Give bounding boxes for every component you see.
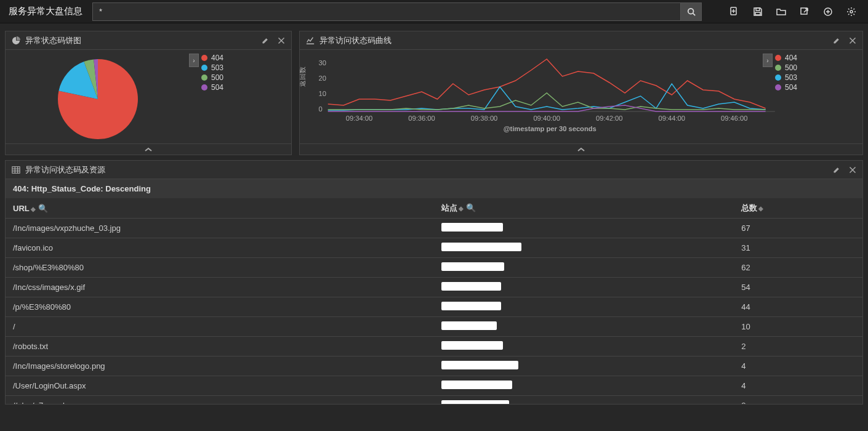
cell-site — [434, 238, 734, 258]
cell-total: 67 — [734, 219, 862, 238]
add-button[interactable] — [822, 6, 834, 17]
sort-icon: ◆ — [459, 205, 464, 212]
line-panel-header: 异常访问状态码曲线 — [300, 31, 862, 50]
table-row[interactable]: //plus/e7xue.php2 — [6, 396, 862, 405]
table-scroll[interactable]: 404: Http_Status_Code: Descending URL◆🔍 … — [6, 179, 862, 404]
svg-text:09:34:00: 09:34:00 — [346, 115, 372, 122]
chevron-up-icon — [144, 147, 153, 153]
cell-total: 62 — [734, 258, 862, 278]
svg-text:返回数: 返回数 — [300, 66, 306, 87]
edit-button[interactable] — [833, 37, 840, 44]
search-button[interactable] — [681, 2, 702, 21]
legend-collapse-button[interactable]: › — [189, 54, 199, 67]
legend-label: 500 — [211, 73, 223, 82]
redacted-text — [441, 302, 501, 310]
svg-text:@timestamp per 30 seconds: @timestamp per 30 seconds — [504, 125, 597, 132]
table-row[interactable]: /10 — [6, 317, 862, 337]
legend-swatch — [775, 84, 781, 91]
edit-button[interactable] — [262, 37, 269, 44]
svg-text:09:40:00: 09:40:00 — [533, 115, 560, 122]
table-row[interactable]: /shop/%E3%80%8062 — [6, 258, 862, 278]
col-label: 站点 — [441, 203, 457, 212]
top-bar: 服务异常大盘信息 — [0, 0, 868, 23]
table-row[interactable]: /robots.txt2 — [6, 337, 862, 356]
panels-row: 异常状态码饼图 › 404 503 5 — [0, 23, 868, 160]
svg-text:0: 0 — [318, 105, 322, 113]
table-subheader: 404: Http_Status_Code: Descending — [6, 179, 862, 198]
legend-item[interactable]: 503 — [201, 63, 223, 72]
settings-button[interactable] — [846, 6, 857, 17]
close-button[interactable] — [849, 166, 856, 174]
legend-item[interactable]: 500 — [201, 73, 223, 82]
cell-total: 2 — [734, 396, 862, 405]
svg-text:20: 20 — [318, 75, 326, 82]
legend-swatch — [201, 55, 207, 61]
legend-label: 504 — [785, 83, 797, 92]
toolbar-icons — [707, 6, 862, 17]
legend-swatch — [201, 84, 207, 91]
legend-item[interactable]: 404 — [775, 54, 797, 62]
pie-chart-icon — [12, 36, 20, 45]
search-input[interactable] — [92, 2, 681, 21]
filter-icon[interactable]: 🔍 — [38, 204, 48, 213]
legend-item[interactable]: 504 — [201, 83, 223, 92]
col-total[interactable]: 总数◆ — [734, 198, 862, 219]
close-button[interactable] — [849, 37, 856, 44]
legend-swatch — [201, 75, 207, 81]
svg-point-0 — [688, 8, 693, 14]
save-button[interactable] — [752, 6, 763, 17]
legend-item[interactable]: 504 — [775, 83, 797, 92]
cell-site — [434, 356, 734, 376]
pie-panel: 异常状态码饼图 › 404 503 5 — [5, 31, 292, 155]
svg-text:09:44:00: 09:44:00 — [659, 115, 685, 122]
line-panel-title: 异常访问状态码曲线 — [319, 35, 824, 46]
svg-line-1 — [693, 13, 695, 15]
table-row[interactable]: /Inc/images/vxpzhuche_03.jpg67 — [6, 219, 862, 238]
legend-item[interactable]: 503 — [775, 73, 797, 82]
legend-collapse-button[interactable]: › — [763, 54, 773, 67]
table-panel: 异常访问状态码及资源 404: Http_Status_Code: Descen… — [5, 160, 863, 405]
col-site[interactable]: 站点◆🔍 — [434, 198, 734, 219]
pie-panel-title: 异常状态码饼图 — [25, 35, 253, 46]
pie-collapse-button[interactable] — [6, 143, 291, 155]
cell-url: /User/LoginOut.aspx — [6, 376, 434, 396]
table-row[interactable]: /favicon.ico31 — [6, 238, 862, 258]
cell-site — [434, 317, 734, 337]
search-wrap — [92, 2, 702, 21]
table-row[interactable]: /Inc/css/images/x.gif54 — [6, 278, 862, 297]
col-label: 总数 — [741, 203, 757, 212]
cell-total: 54 — [734, 278, 862, 297]
share-button[interactable] — [799, 6, 810, 17]
legend-item[interactable]: 404 — [201, 54, 223, 62]
redacted-text — [441, 381, 512, 389]
search-icon — [687, 7, 696, 16]
col-url[interactable]: URL◆🔍 — [6, 198, 434, 219]
pie-panel-body: › 404 503 500 504 — [6, 50, 291, 143]
svg-text:30: 30 — [318, 59, 326, 66]
cell-url: / — [6, 317, 434, 337]
line-collapse-button[interactable] — [300, 143, 862, 155]
filter-icon[interactable]: 🔍 — [466, 203, 476, 212]
table-row[interactable]: /Inc/Images/storelogo.png4 — [6, 356, 862, 376]
pie-legend: 404 503 500 504 — [201, 54, 223, 92]
svg-rect-30 — [12, 166, 20, 173]
new-button[interactable] — [729, 6, 740, 17]
legend-label: 500 — [785, 63, 797, 72]
legend-label: 404 — [211, 54, 223, 62]
cell-total: 10 — [734, 317, 862, 337]
open-button[interactable] — [776, 6, 787, 17]
sort-icon: ◆ — [31, 206, 36, 212]
svg-text:09:46:00: 09:46:00 — [721, 115, 747, 122]
table-row[interactable]: /User/LoginOut.aspx4 — [6, 376, 862, 396]
redacted-text — [441, 282, 501, 291]
edit-button[interactable] — [833, 166, 840, 174]
table-header-row: URL◆🔍 站点◆🔍 总数◆ — [6, 198, 862, 219]
legend-label: 504 — [211, 83, 223, 92]
close-button[interactable] — [278, 37, 285, 44]
legend-label: 503 — [211, 63, 223, 72]
table-row[interactable]: /p/%E3%80%8044 — [6, 297, 862, 317]
legend-item[interactable]: 500 — [775, 63, 797, 72]
cell-site — [434, 258, 734, 278]
legend-label: 503 — [785, 73, 797, 82]
svg-rect-6 — [756, 8, 760, 10]
